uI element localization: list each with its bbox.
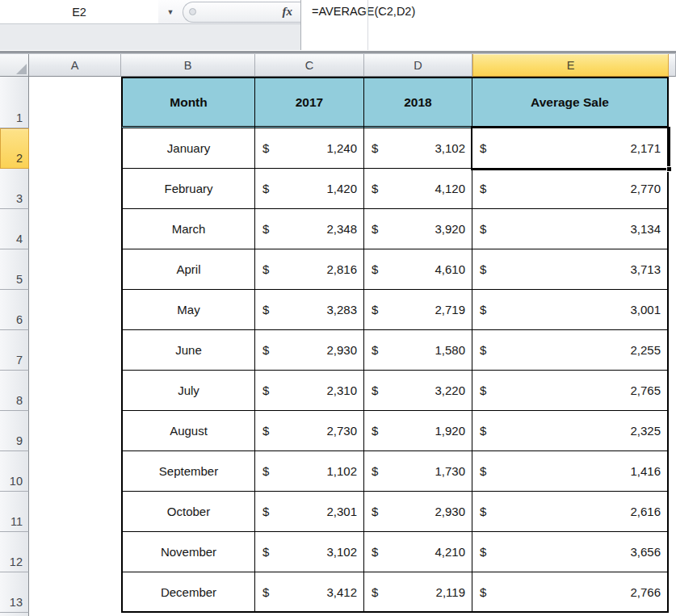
cell-value: 4,610 — [435, 262, 465, 276]
row-header-1[interactable]: 1 — [0, 77, 29, 128]
table-header-2017[interactable]: 2017 — [255, 77, 364, 128]
table-header-average-sale[interactable]: Average Sale — [472, 77, 669, 128]
row-header-4[interactable]: 4 — [0, 209, 29, 249]
row-header-11[interactable]: 11 — [0, 492, 29, 532]
average-cell[interactable]: $2,766 — [472, 572, 669, 613]
value-2017-cell[interactable]: $3,102 — [255, 532, 364, 572]
average-cell[interactable]: $2,770 — [472, 169, 669, 209]
average-cell[interactable]: $3,656 — [472, 532, 669, 572]
currency-symbol: $ — [372, 505, 378, 518]
cell-value: 3,220 — [435, 383, 465, 397]
average-cell-selected[interactable]: $2,171 — [472, 128, 669, 169]
row-header-10[interactable]: 10 — [0, 451, 29, 492]
column-header-e-selected[interactable]: E — [472, 54, 669, 77]
value-2018-cell[interactable]: $3,220 — [364, 371, 472, 411]
currency-symbol: $ — [262, 262, 269, 276]
currency-symbol: $ — [372, 141, 378, 155]
row-header-7[interactable]: 7 — [0, 330, 29, 371]
average-cell[interactable]: $3,713 — [472, 249, 669, 290]
cell-value: 4,120 — [435, 182, 465, 195]
value-2018-cell[interactable]: $1,920 — [364, 411, 472, 451]
month-cell[interactable]: March — [121, 209, 255, 249]
row-header-8[interactable]: 8 — [0, 371, 29, 411]
name-box[interactable]: E2 — [0, 0, 158, 23]
month-cell[interactable]: January — [121, 128, 255, 169]
currency-symbol: $ — [372, 262, 378, 276]
formula-bar-edge-divider — [367, 0, 368, 50]
month-cell[interactable]: February — [121, 169, 255, 209]
currency-symbol: $ — [372, 303, 378, 316]
cell-value: 4,210 — [435, 545, 465, 559]
month-cell[interactable]: December — [121, 572, 255, 613]
value-2017-cell[interactable]: $1,420 — [255, 169, 364, 209]
row-header-14-sliver[interactable] — [0, 613, 29, 616]
column-header-c[interactable]: C — [255, 54, 364, 77]
average-cell[interactable]: $1,416 — [472, 451, 669, 492]
value-2018-cell[interactable]: $2,719 — [364, 290, 472, 330]
row-header-13[interactable]: 13 — [0, 572, 29, 613]
value-2017-cell[interactable]: $2,301 — [255, 492, 364, 532]
value-2017-cell[interactable]: $2,730 — [255, 411, 364, 451]
value-2017-cell[interactable]: $1,102 — [255, 451, 364, 492]
cell-value: 2,616 — [630, 505, 661, 518]
column-header-b[interactable]: B — [121, 54, 255, 77]
average-cell[interactable]: $2,616 — [472, 492, 669, 532]
column-header-f-sliver[interactable] — [669, 54, 676, 77]
row-header-3[interactable]: 3 — [0, 169, 29, 209]
average-cell[interactable]: $3,001 — [472, 290, 669, 330]
row-header-6[interactable]: 6 — [0, 290, 29, 330]
month-cell[interactable]: October — [121, 492, 255, 532]
value-2017-cell[interactable]: $3,412 — [255, 572, 364, 613]
row-header-9[interactable]: 9 — [0, 411, 29, 451]
value-2017-cell[interactable]: $3,283 — [255, 290, 364, 330]
cell-value: 2,255 — [630, 343, 661, 357]
collapse-dot-icon[interactable] — [189, 8, 196, 15]
row-header-5[interactable]: 5 — [0, 249, 29, 290]
cell-value: 1,102 — [326, 464, 357, 478]
value-2018-cell[interactable]: $2,119 — [364, 572, 472, 613]
month-cell[interactable]: November — [121, 532, 255, 572]
currency-symbol: $ — [480, 383, 486, 397]
insert-function-fx-icon[interactable]: fx — [283, 5, 293, 19]
month-cell[interactable]: September — [121, 451, 255, 492]
row-header-12[interactable]: 12 — [0, 532, 29, 572]
column-header-a[interactable]: A — [29, 54, 121, 77]
currency-symbol: $ — [262, 585, 269, 599]
value-2018-cell[interactable]: $3,102 — [364, 128, 472, 169]
month-cell[interactable]: August — [121, 411, 255, 451]
table-header-month[interactable]: Month — [121, 77, 255, 128]
value-2018-cell[interactable]: $4,120 — [364, 169, 472, 209]
value-2018-cell[interactable]: $1,580 — [364, 330, 472, 371]
currency-symbol: $ — [262, 182, 269, 195]
value-2018-cell[interactable]: $1,730 — [364, 451, 472, 492]
column-header-d[interactable]: D — [364, 54, 472, 77]
cell-value: 3,713 — [630, 262, 661, 276]
row-header-2-selected[interactable]: 2 — [0, 128, 29, 169]
month-cell[interactable]: April — [121, 249, 255, 290]
value-2017-cell[interactable]: $2,816 — [255, 249, 364, 290]
month-cell[interactable]: June — [121, 330, 255, 371]
formula-bar-separator: fx — [183, 2, 300, 23]
average-cell[interactable]: $2,255 — [472, 330, 669, 371]
cell-value: 2,766 — [630, 585, 661, 599]
table-header-2018[interactable]: 2018 — [364, 77, 472, 128]
average-cell[interactable]: $2,325 — [472, 411, 669, 451]
select-all-corner[interactable] — [0, 54, 29, 77]
currency-symbol: $ — [262, 383, 269, 397]
cell-value: 2,719 — [435, 303, 465, 316]
average-cell[interactable]: $2,765 — [472, 371, 669, 411]
value-2017-cell[interactable]: $2,930 — [255, 330, 364, 371]
value-2018-cell[interactable]: $4,210 — [364, 532, 472, 572]
month-cell[interactable]: July — [121, 371, 255, 411]
cell-value: 2,325 — [630, 424, 661, 438]
name-box-dropdown-icon[interactable]: ▼ — [158, 8, 183, 16]
formula-input[interactable]: =AVERAGE(C2,D2) — [300, 0, 676, 50]
average-cell[interactable]: $3,134 — [472, 209, 669, 249]
value-2017-cell[interactable]: $2,348 — [255, 209, 364, 249]
month-cell[interactable]: May — [121, 290, 255, 330]
value-2017-cell[interactable]: $1,240 — [255, 128, 364, 169]
value-2018-cell[interactable]: $2,930 — [364, 492, 472, 532]
value-2018-cell[interactable]: $3,920 — [364, 209, 472, 249]
value-2017-cell[interactable]: $2,310 — [255, 371, 364, 411]
value-2018-cell[interactable]: $4,610 — [364, 249, 472, 290]
